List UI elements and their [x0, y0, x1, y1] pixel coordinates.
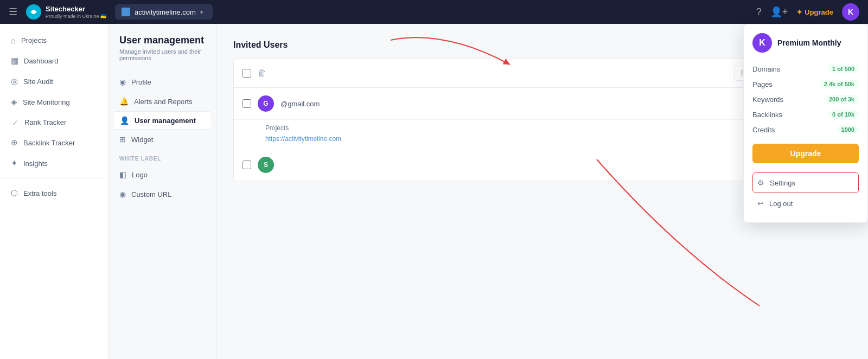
main-layout: ⌂ Projects ▦ Dashboard ◎ Site Audit ◈ Si… [0, 24, 868, 359]
left-sidebar: ⌂ Projects ▦ Dashboard ◎ Site Audit ◈ Si… [0, 24, 108, 359]
sub-nav-user-management[interactable]: 👤 User management [113, 111, 212, 130]
user-checkbox-1[interactable] [242, 99, 251, 108]
sub-nav-label-widget: Widget [131, 136, 153, 144]
user-avatar-button[interactable]: K [842, 3, 859, 21]
logo-subtext: Proudly made in Ukraine 🇺🇦 [46, 14, 106, 19]
sub-nav-logo[interactable]: ◧ Logo [108, 165, 216, 184]
sidebar-label-dashboard: Dashboard [24, 57, 59, 65]
logo-text: Sitechecker [46, 5, 106, 14]
sidebar-item-dashboard[interactable]: ▦ Dashboard [0, 50, 108, 71]
logo-area: Sitechecker Proudly made in Ukraine 🇺🇦 [26, 4, 106, 20]
domain-name: activitytimeline.com [135, 8, 196, 16]
sidebar-item-backlink-tracker[interactable]: ⊕ Backlink Tracker [0, 132, 108, 153]
extra-tools-icon: ⬡ [11, 188, 18, 198]
sub-nav-widget[interactable]: ⊞ Widget [108, 130, 216, 149]
sidebar-item-projects[interactable]: ⌂ Projects [0, 30, 108, 50]
help-icon[interactable]: ? [756, 7, 762, 18]
stat-row-pages: Pages 2.4k of 50k [752, 76, 859, 92]
stat-row-domains: Domains 1 of 500 [752, 61, 859, 76]
sidebar-label-backlink-tracker: Backlink Tracker [23, 139, 75, 147]
stat-label-credits: Credits [752, 126, 775, 134]
sub-nav-profile[interactable]: ◉ Profile [108, 72, 216, 92]
sub-nav-label-custom-url: Custom URL [131, 190, 171, 198]
white-label-section-label: WHITE LABEL [108, 149, 216, 165]
upgrade-button[interactable]: ✦ Upgrade [796, 8, 833, 16]
backlink-tracker-icon: ⊕ [11, 138, 18, 148]
logout-icon: ↩ [757, 199, 764, 208]
rank-tracker-icon: ⟋ [11, 118, 19, 127]
sitechecker-logo-icon [26, 4, 41, 20]
hamburger-menu-button[interactable]: ☰ [9, 6, 17, 18]
stat-row-credits: Credits 1000 [752, 122, 859, 137]
chevron-down-icon: ▾ [200, 9, 203, 15]
sidebar-label-projects: Projects [21, 36, 47, 44]
sub-sidebar: User management Manage invited users and… [108, 24, 217, 359]
sidebar-label-insights: Insights [23, 159, 48, 168]
sidebar-divider [0, 178, 108, 178]
dropdown-avatar: K [752, 33, 772, 53]
select-all-checkbox[interactable] [242, 69, 251, 78]
stat-value-keywords: 200 of 3k [825, 95, 859, 104]
settings-menu-item[interactable]: ⚙ Settings [752, 172, 859, 193]
sub-sidebar-title: User management [108, 35, 216, 48]
domain-selector[interactable]: activitytimeline.com ▾ [115, 4, 213, 20]
stat-value-credits: 1000 [837, 125, 859, 134]
user-avatar-2: S [258, 157, 274, 173]
logout-label: Log out [769, 200, 793, 208]
stat-value-domains: 1 of 500 [828, 65, 859, 73]
sub-nav-custom-url[interactable]: ◉ Custom URL [108, 184, 216, 204]
settings-label: Settings [770, 179, 795, 187]
sub-nav-label-alerts: Alerts and Reports [134, 98, 193, 106]
stat-value-backlinks: 0 of 10k [828, 110, 859, 119]
dashboard-icon: ▦ [11, 56, 18, 66]
sub-nav-label-profile: Profile [131, 78, 151, 86]
domain-favicon [122, 8, 130, 16]
stat-label-keywords: Keywords [752, 95, 783, 104]
dropdown-divider [752, 170, 859, 170]
sidebar-label-extra-tools: Extra tools [23, 189, 56, 197]
stat-row-backlinks: Backlinks 0 of 10k [752, 107, 859, 122]
sub-sidebar-subtitle: Manage invited users and their permissio… [108, 48, 216, 72]
widget-icon: ⊞ [119, 135, 126, 144]
site-audit-icon: ◎ [11, 76, 18, 86]
logo-nav-icon: ◧ [119, 170, 126, 179]
star-icon: ✦ [796, 8, 802, 16]
upgrade-big-button[interactable]: Upgrade [752, 144, 859, 163]
upgrade-label: Upgrade [805, 8, 833, 16]
sidebar-item-site-audit[interactable]: ◎ Site Audit [0, 71, 108, 92]
user-dropdown-panel: K Premium Monthly Domains 1 of 500 Pages… [743, 24, 868, 223]
delete-icon[interactable]: 🗑 [258, 68, 727, 78]
home-icon: ⌂ [11, 36, 16, 45]
sub-nav-alerts-reports[interactable]: 🔔 Alerts and Reports [108, 92, 216, 111]
profile-icon: ◉ [119, 78, 126, 86]
custom-url-icon: ◉ [119, 190, 126, 198]
stat-value-pages: 2.4k of 50k [820, 80, 859, 88]
sidebar-item-extra-tools[interactable]: ⬡ Extra tools [0, 183, 108, 203]
sidebar-label-rank-tracker: Rank Tracker [24, 118, 66, 126]
sub-nav-label-logo: Logo [132, 171, 148, 179]
dropdown-header: K Premium Monthly [752, 33, 859, 53]
stat-label-backlinks: Backlinks [752, 111, 782, 119]
site-monitoring-icon: ◈ [11, 97, 17, 107]
alerts-icon: 🔔 [119, 97, 129, 106]
insights-icon: ✦ [11, 158, 18, 168]
stat-label-domains: Domains [752, 65, 780, 73]
user-management-icon: 👤 [120, 116, 129, 125]
sidebar-label-site-audit: Site Audit [23, 78, 53, 86]
logout-menu-item[interactable]: ↩ Log out [752, 193, 859, 214]
sidebar-label-site-monitoring: Site Monitoring [23, 98, 70, 106]
settings-icon: ⚙ [757, 178, 764, 187]
stat-row-keywords: Keywords 200 of 3k [752, 92, 859, 107]
sidebar-item-insights[interactable]: ✦ Insights [0, 153, 108, 174]
user-avatar-1: G [258, 95, 274, 112]
sub-nav-label-user-management: User management [135, 117, 196, 125]
dropdown-plan: Premium Monthly [777, 39, 841, 47]
svg-point-1 [31, 10, 36, 14]
stat-label-pages: Pages [752, 80, 773, 88]
add-user-icon[interactable]: 👤+ [770, 6, 788, 18]
user-checkbox-2[interactable] [242, 161, 251, 169]
sidebar-item-site-monitoring[interactable]: ◈ Site Monitoring [0, 92, 108, 112]
top-navigation: ☰ Sitechecker Proudly made in Ukraine 🇺🇦… [0, 0, 868, 24]
sidebar-item-rank-tracker[interactable]: ⟋ Rank Tracker [0, 112, 108, 132]
